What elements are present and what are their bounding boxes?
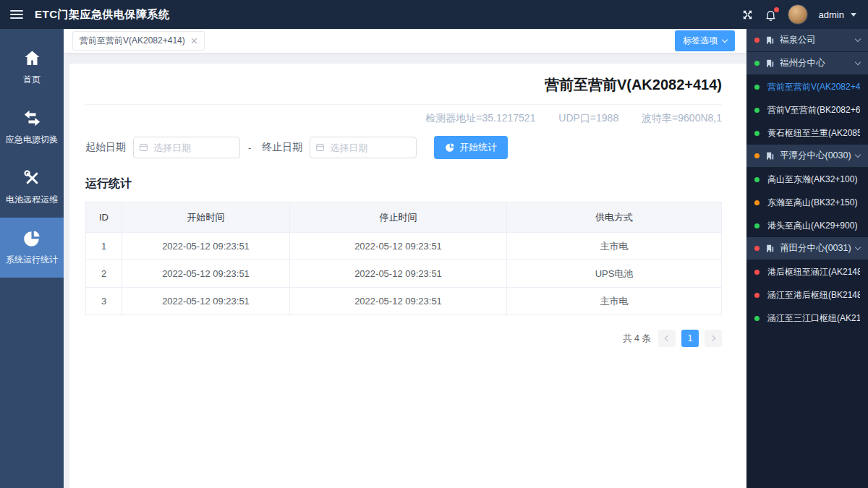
pagination-page-1[interactable]: 1: [681, 330, 699, 347]
status-dot: [754, 177, 760, 182]
app-title: ETC门架应急供电保障系统: [35, 8, 170, 22]
tree-item[interactable]: 港后枢纽至涵江(AK2148+500): [746, 260, 868, 283]
tab-current-gantry[interactable]: 营前至营前V(AK2082+414): [72, 31, 205, 51]
tree-group[interactable]: 平潭分中心(0030): [746, 145, 868, 168]
status-dot: [754, 108, 760, 113]
pagination-next-button[interactable]: [705, 330, 722, 347]
status-dot: [754, 246, 760, 251]
run-stats-table: ID 开始时间 停止时间 供电方式 1 2022-05-12 09:23:51 …: [85, 202, 722, 315]
table-row[interactable]: 3 2022-05-12 09:23:51 2022-05-12 09:23:5…: [86, 288, 722, 315]
device-tree: 福泉公司 福州分中心 营前至营前V(AK2082+414) 营前V至营前(BK2…: [746, 29, 868, 488]
workspace: 营前至营前V(AK2082+414) 检测器地址=35.1217521 UDP口…: [64, 53, 746, 488]
date-filter-bar: 起始日期 - 终止日期: [85, 136, 722, 159]
tree-group[interactable]: 莆田分中心(0031): [746, 237, 868, 260]
status-dot: [754, 316, 760, 321]
tab-close-icon[interactable]: [191, 38, 197, 44]
chevron-down-icon: [855, 59, 861, 65]
fullscreen-icon[interactable]: [741, 9, 754, 21]
end-date-input[interactable]: [310, 137, 417, 158]
table-row[interactable]: 1 2022-05-12 09:23:51 2022-05-12 09:23:5…: [86, 233, 722, 260]
tree-group-label: 福泉公司: [780, 34, 856, 46]
sidebar-item-label: 电池远程运维: [6, 194, 58, 206]
tree-item[interactable]: 港头至高山(AK29+900): [746, 214, 868, 237]
tree-item[interactable]: 营前至营前V(AK2082+414): [746, 75, 868, 98]
start-date-input[interactable]: [133, 137, 240, 158]
tree-group-label: 平潭分中心(0030): [780, 150, 856, 162]
content-card: 营前至营前V(AK2082+414) 检测器地址=35.1217521 UDP口…: [69, 64, 746, 488]
tree-item-label: 港后枢纽至涵江(AK2148+500): [767, 266, 860, 278]
notification-bell-icon[interactable]: [765, 9, 777, 21]
tree-item[interactable]: 涵江至三江口枢纽(AK2150+720): [746, 307, 868, 330]
sidebar-item-home[interactable]: 首页: [0, 38, 64, 98]
sidebar-item-label: 系统运行统计: [6, 254, 58, 266]
tree-item-label: 涵江至三江口枢纽(AK2150+720): [767, 312, 860, 325]
cell-power-mode: UPS电池: [507, 260, 722, 288]
username: admin: [819, 9, 844, 20]
main-area: 营前至营前V(AK2082+414) 标签选项 营前至营前V(AK2082+41…: [64, 29, 746, 488]
pagination-prev-button[interactable]: [658, 330, 676, 347]
status-dot: [754, 223, 760, 228]
sidebar-item-power-switch[interactable]: 应急电源切换: [0, 98, 64, 158]
tree-item-label: 黄石枢纽至兰重(AK2085+800): [767, 127, 860, 140]
cell-stop-time: 2022-05-12 09:23:51: [290, 288, 507, 315]
cell-start-time: 2022-05-12 09:23:51: [122, 260, 290, 288]
tree-item-label: 高山至东瀚(AK32+100): [767, 174, 860, 186]
end-date-field: [310, 137, 417, 158]
calendar-icon: [139, 142, 148, 152]
cell-stop-time: 2022-05-12 09:23:51: [290, 233, 507, 260]
pie-chart-icon: [445, 142, 455, 153]
tree-item[interactable]: 东瀚至高山(BK32+150): [746, 191, 868, 214]
col-header-stop-time: 停止时间: [290, 202, 507, 233]
tab-bar: 营前至营前V(AK2082+414) 标签选项: [64, 29, 746, 53]
cell-id: 1: [86, 233, 122, 260]
chevron-down-icon: [855, 36, 861, 42]
col-header-start-time: 开始时间: [122, 202, 290, 233]
page-title: 营前至营前V(AK2082+414): [85, 64, 722, 95]
start-date-field: [133, 137, 240, 158]
cell-stop-time: 2022-05-12 09:23:51: [290, 260, 507, 288]
left-sidebar: 首页 应急电源切换 电池远程运维: [0, 29, 64, 488]
sidebar-item-run-stats[interactable]: 系统运行统计: [0, 218, 64, 278]
home-icon: [23, 48, 41, 68]
device-meta: 检测器地址=35.1217521 UDP口=1988 波特率=9600N8,1: [85, 112, 722, 125]
cell-power-mode: 主市电: [507, 288, 722, 315]
tools-icon: [23, 168, 41, 188]
chevron-down-icon: [722, 37, 728, 43]
start-statistics-label: 开始统计: [459, 141, 497, 154]
app-window: ETC门架应急供电保障系统 admin: [0, 0, 868, 488]
chevron-down-icon: [855, 152, 861, 158]
sidebar-item-battery-ops[interactable]: 电池远程运维: [0, 158, 64, 218]
tree-item-label: 营前V至营前(BK2082+604): [767, 104, 860, 116]
tag-options-label: 标签选项: [683, 35, 718, 47]
top-navbar: ETC门架应急供电保障系统 admin: [0, 0, 868, 29]
tree-item[interactable]: 黄石枢纽至兰重(AK2085+800): [746, 121, 868, 145]
table-row[interactable]: 2 2022-05-12 09:23:51 2022-05-12 09:23:5…: [86, 260, 722, 288]
table-header-row: ID 开始时间 停止时间 供电方式: [86, 202, 722, 233]
tree-item[interactable]: 营前V至营前(BK2082+604): [746, 98, 868, 121]
cell-start-time: 2022-05-12 09:23:51: [122, 288, 290, 315]
end-date-label: 终止日期: [262, 141, 302, 154]
date-range-separator: -: [248, 142, 251, 153]
status-dot: [754, 61, 760, 66]
start-statistics-button[interactable]: 开始统计: [434, 136, 508, 159]
tree-item[interactable]: 涵江至港后枢纽(BK2148+550): [746, 283, 868, 307]
building-icon: [765, 35, 775, 45]
pagination: 共 4 条 1: [85, 330, 722, 347]
pagination-total: 共 4 条: [623, 333, 651, 345]
user-avatar[interactable]: [788, 4, 808, 25]
pie-chart-icon: [22, 228, 41, 248]
menu-hamburger-icon[interactable]: [10, 10, 23, 19]
user-menu-caret-icon[interactable]: [851, 13, 856, 17]
tag-options-button[interactable]: 标签选项: [675, 30, 735, 51]
tree-item-label: 东瀚至高山(BK32+150): [767, 197, 860, 209]
chevron-right-icon: [710, 335, 715, 341]
cell-start-time: 2022-05-12 09:23:51: [122, 233, 290, 260]
status-dot: [754, 85, 760, 90]
tree-item-label: 涵江至港后枢纽(BK2148+550): [767, 289, 860, 301]
navbar-actions: admin: [741, 4, 868, 25]
tree-item[interactable]: 高山至东瀚(AK32+100): [746, 168, 868, 191]
tree-group[interactable]: 福泉公司: [746, 29, 868, 52]
building-icon: [765, 151, 775, 160]
tree-group[interactable]: 福州分中心: [746, 52, 868, 75]
cell-power-mode: 主市电: [507, 233, 722, 260]
